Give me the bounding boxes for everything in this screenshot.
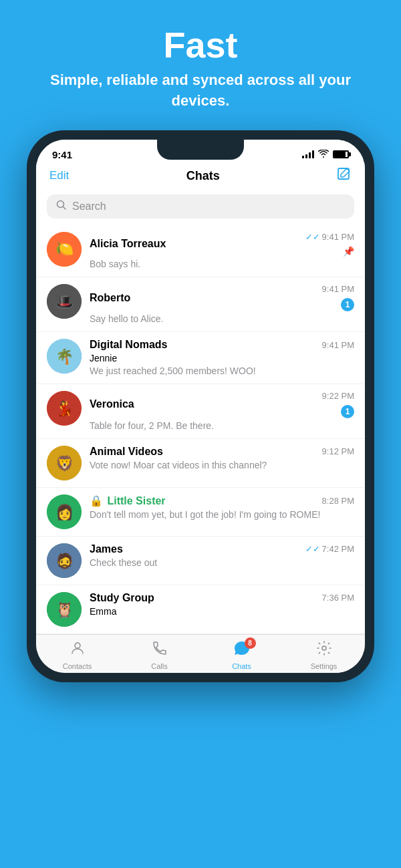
chat-header-roberto: Roberto 9:41 PM 1 — [90, 284, 354, 311]
badge-roberto: 1 — [341, 298, 354, 311]
avatar-james: 🧔 — [47, 543, 82, 578]
chat-content-roberto: Roberto 9:41 PM 1 Say hello to Alice. — [90, 284, 354, 325]
chat-name-study: Study Group — [90, 592, 154, 604]
tab-calls[interactable]: Calls — [118, 640, 200, 670]
avatar-digital: 🌴 — [47, 339, 82, 374]
chat-item-veronica[interactable]: 💃 Veronica 9:22 PM 1 Table for four, 2 P… — [36, 384, 365, 439]
battery-icon — [333, 150, 349, 158]
chat-content-veronica: Veronica 9:22 PM 1 Table for four, 2 PM.… — [90, 391, 354, 432]
chat-preview-study: Emma — [90, 605, 354, 617]
contacts-label: Contacts — [63, 662, 92, 670]
read-check-james: ✓✓ — [305, 544, 320, 554]
chat-name-sister: 🔒 Little Sister — [90, 494, 166, 507]
read-check-alicia: ✓✓ — [305, 232, 320, 242]
chat-content-sister: 🔒 Little Sister 8:28 PM Don't tell mom y… — [90, 494, 354, 521]
svg-text:💃: 💃 — [55, 400, 74, 418]
chat-content-james: James ✓✓ 7:42 PM Check these out — [90, 543, 354, 569]
phone-frame: 9:41 — [27, 130, 374, 682]
search-icon — [56, 200, 67, 213]
svg-text:🦁: 🦁 — [55, 454, 74, 472]
svg-text:🧔: 🧔 — [55, 552, 74, 570]
calls-label: Calls — [151, 662, 167, 670]
chat-name-roberto: Roberto — [90, 292, 130, 304]
avatar-veronica: 💃 — [47, 391, 82, 426]
compose-button[interactable] — [337, 167, 352, 185]
chat-preview-sister: Don't tell mom yet, but I got the job! I… — [90, 509, 354, 521]
chat-content-study: Study Group 7:36 PM Emma — [90, 592, 354, 617]
svg-text:🌴: 🌴 — [55, 347, 74, 366]
chat-time-sister: 8:28 PM — [322, 496, 354, 506]
chat-meta-james: ✓✓ 7:42 PM — [305, 544, 354, 554]
tab-contacts[interactable]: Contacts — [36, 640, 118, 670]
chat-preview-digital: Jennie We just reached 2,500 members! WO… — [90, 352, 354, 376]
svg-point-18 — [75, 643, 80, 648]
chat-time-james: ✓✓ 7:42 PM — [305, 544, 354, 554]
chat-header-james: James ✓✓ 7:42 PM — [90, 543, 354, 555]
avatar-roberto: 🎩 — [47, 284, 82, 319]
chat-meta-veronica: 9:22 PM 1 — [322, 391, 354, 418]
hero-title: Fast — [0, 25, 401, 65]
tab-chats[interactable]: 8 Chats — [200, 640, 283, 670]
chat-header-animal: Animal Videos 9:12 PM — [90, 446, 354, 458]
chat-time-roberto: 9:41 PM — [322, 284, 354, 294]
avatar-animal: 🦁 — [47, 446, 82, 480]
hero-subtitle: Simple, reliable and synced across all y… — [0, 70, 401, 112]
chat-item-digital[interactable]: 🌴 Digital Nomads 9:41 PM Jennie We just … — [36, 332, 365, 384]
chat-preview-animal: Vote now! Moar cat videos in this channe… — [90, 459, 354, 471]
chat-preview-alicia: Bob says hi. — [90, 258, 354, 270]
chat-time-veronica: 9:22 PM — [322, 391, 354, 401]
chats-tab-label: Chats — [232, 662, 251, 670]
chat-name-digital: Digital Nomads — [90, 339, 167, 351]
svg-text:🍋: 🍋 — [55, 240, 74, 258]
avatar-alicia: 🍋 — [47, 232, 82, 267]
wifi-icon — [318, 149, 329, 160]
svg-text:🦉: 🦉 — [55, 601, 74, 619]
chat-item-alicia[interactable]: 🍋 Alicia Torreaux ✓✓ 9:41 PM 📌 — [36, 225, 365, 277]
chat-item-sister[interactable]: 👩 🔒 Little Sister 8:28 PM Don't tell mom… — [36, 488, 365, 537]
chat-time-animal: 9:12 PM — [322, 446, 354, 456]
chat-meta-alicia: ✓✓ 9:41 PM 📌 — [305, 232, 354, 257]
chat-header-digital: Digital Nomads 9:41 PM — [90, 339, 354, 351]
hero-section: Fast Simple, reliable and synced across … — [0, 0, 401, 130]
svg-point-19 — [322, 646, 326, 650]
chat-item-roberto[interactable]: 🎩 Roberto 9:41 PM 1 Say hello to Alice. — [36, 277, 365, 332]
chat-content-digital: Digital Nomads 9:41 PM Jennie We just re… — [90, 339, 354, 376]
search-bar[interactable]: Search — [47, 194, 354, 219]
status-icons — [302, 149, 349, 160]
chat-time-digital: 9:41 PM — [322, 340, 354, 350]
chat-meta-roberto: 9:41 PM 1 — [322, 284, 354, 311]
chat-header-sister: 🔒 Little Sister 8:28 PM — [90, 494, 354, 507]
chat-item-animal[interactable]: 🦁 Animal Videos 9:12 PM Vote now! Moar c… — [36, 439, 365, 488]
chat-preview-veronica: Table for four, 2 PM. Be there. — [90, 420, 354, 432]
signal-icon — [302, 150, 314, 158]
chat-item-study[interactable]: 🦉 Study Group 7:36 PM Emma — [36, 585, 365, 634]
chat-name-alicia: Alicia Torreaux — [90, 238, 166, 250]
chat-time-alicia: ✓✓ 9:41 PM — [305, 232, 354, 242]
chat-meta-study: 7:36 PM — [322, 593, 354, 603]
settings-label: Settings — [311, 662, 338, 670]
chat-header-study: Study Group 7:36 PM — [90, 592, 354, 604]
avatar-sister: 👩 — [47, 494, 82, 529]
chat-list: 🍋 Alicia Torreaux ✓✓ 9:41 PM 📌 — [36, 225, 365, 634]
chat-name-animal: Animal Videos — [90, 446, 163, 458]
chat-preview-james: Check these out — [90, 557, 354, 569]
search-placeholder: Search — [72, 200, 106, 212]
chat-name-veronica: Veronica — [90, 398, 134, 410]
chat-sender-digital: Jennie — [90, 353, 117, 364]
nav-bar: Edit Chats — [36, 164, 365, 190]
pin-icon-alicia: 📌 — [343, 246, 354, 257]
chat-item-james[interactable]: 🧔 James ✓✓ 7:42 PM Check these out — [36, 537, 365, 585]
badge-veronica: 1 — [341, 405, 354, 418]
settings-icon — [316, 640, 332, 660]
svg-text:👩: 👩 — [55, 503, 74, 521]
chat-preview-roberto: Say hello to Alice. — [90, 313, 354, 325]
status-bar: 9:41 — [36, 140, 365, 164]
search-bar-container: Search — [36, 190, 365, 225]
lock-icon: 🔒 — [90, 495, 103, 507]
status-time: 9:41 — [52, 149, 72, 160]
chats-badge: 8 — [245, 637, 256, 649]
tab-settings[interactable]: Settings — [283, 640, 365, 670]
nav-title: Chats — [186, 169, 220, 183]
edit-button[interactable]: Edit — [49, 169, 69, 182]
chat-meta-digital: 9:41 PM — [322, 340, 354, 350]
